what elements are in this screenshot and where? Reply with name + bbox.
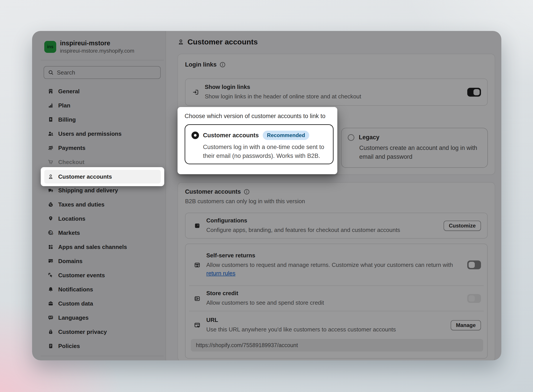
sidebar-spotlight-customer-accounts[interactable]: Customer accounts bbox=[41, 167, 164, 186]
option-customer-accounts-description: Customers log in with a one-time code se… bbox=[203, 143, 327, 160]
sidebar-item-customer-accounts-highlight[interactable]: Customer accounts bbox=[44, 170, 161, 183]
version-chooser-popup: Choose which version of customer account… bbox=[177, 107, 337, 174]
person-icon bbox=[48, 174, 54, 180]
dim-overlay bbox=[32, 31, 501, 360]
recommended-badge: Recommended bbox=[263, 131, 309, 140]
radio-selected-icon[interactable] bbox=[191, 131, 199, 139]
option-customer-accounts[interactable]: Customer accounts Recommended Customers … bbox=[185, 124, 333, 164]
option-customer-accounts-title: Customer accounts bbox=[203, 132, 259, 139]
sidebar-item-label: Customer accounts bbox=[58, 173, 112, 180]
shopify-settings-window: ins inspireui-mstore inspireui-mstore.my… bbox=[32, 31, 501, 360]
version-chooser-heading: Choose which version of customer account… bbox=[185, 107, 337, 120]
page-background: ins inspireui-mstore inspireui-mstore.my… bbox=[0, 0, 533, 392]
